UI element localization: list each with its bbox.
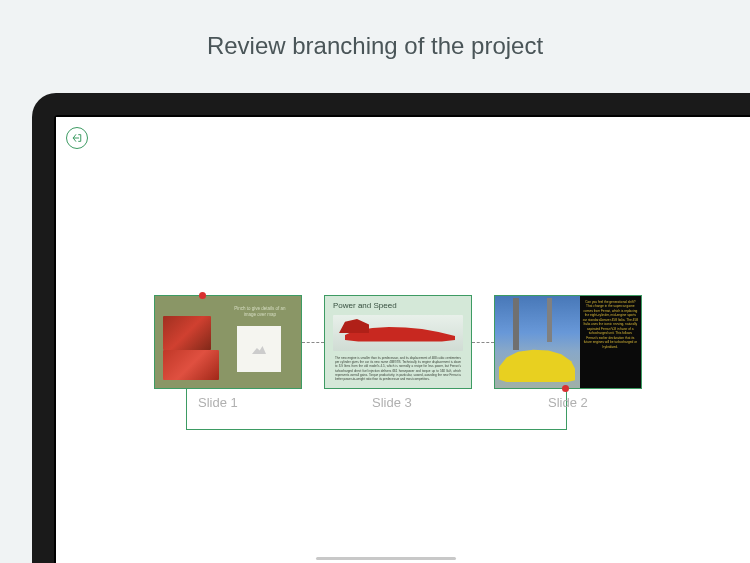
- branch-path: [186, 429, 567, 430]
- horizontal-scrollbar[interactable]: [316, 557, 456, 560]
- connector-line: [302, 342, 324, 343]
- branch-marker-icon[interactable]: [562, 385, 569, 392]
- slide-image: [163, 350, 219, 380]
- app-screen: Pinch to give details of an image over m…: [56, 117, 750, 563]
- tablet-device-frame: Pinch to give details of an image over m…: [32, 93, 750, 563]
- branch-marker-icon[interactable]: [199, 292, 206, 299]
- image-placeholder: [237, 326, 281, 372]
- branching-canvas[interactable]: Pinch to give details of an image over m…: [56, 117, 750, 563]
- slide-title: Power and Speed: [325, 296, 471, 313]
- tablet-bezel: Pinch to give details of an image over m…: [54, 115, 750, 563]
- slide-label: Slide 2: [548, 395, 588, 410]
- slide-body-text: The new engine is smaller than its prede…: [325, 353, 471, 384]
- slide-label: Slide 1: [198, 395, 238, 410]
- slide-thumbnail-3[interactable]: Power and Speed The new engine is smalle…: [324, 295, 472, 389]
- page-title: Review branching of the project: [0, 0, 750, 88]
- slide-caption: Pinch to give details of an image over m…: [229, 306, 291, 318]
- branch-path: [186, 389, 187, 429]
- slide-body-text: Can you feel the generational shift? Tha…: [580, 296, 641, 388]
- connector-line: [472, 342, 494, 343]
- slide-image: [333, 315, 463, 351]
- slide-thumbnail-1[interactable]: Pinch to give details of an image over m…: [154, 295, 302, 389]
- slide-label: Slide 3: [372, 395, 412, 410]
- slide-thumbnail-2[interactable]: Can you feel the generational shift? Tha…: [494, 295, 642, 389]
- slide-image: [495, 296, 580, 388]
- slide-image: [163, 316, 211, 350]
